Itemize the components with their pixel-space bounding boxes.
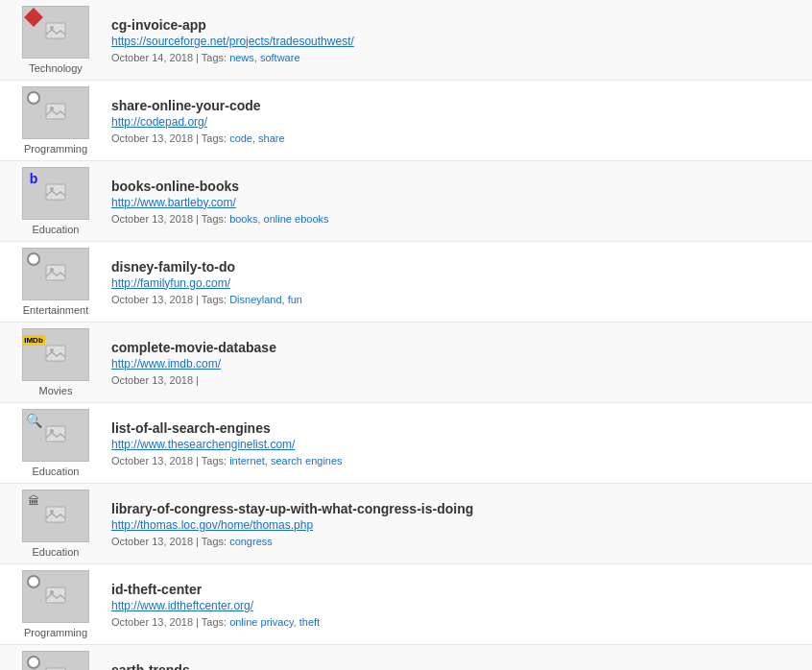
thumbnail <box>22 6 89 59</box>
svg-rect-2 <box>46 104 65 119</box>
tag-link[interactable]: code <box>229 132 252 144</box>
globe-icon <box>25 251 42 268</box>
svg-rect-14 <box>46 587 65 603</box>
bookmark-url[interactable]: http://www.thesearchenginelist.com/ <box>111 438 804 451</box>
bookmark-title: disney-family-to-do <box>111 259 804 275</box>
list-item: Entertainmentdisney-family-to-dohttp://f… <box>0 242 812 323</box>
thumbnail <box>22 570 89 623</box>
bookmark-left-panel: Technology <box>8 6 104 74</box>
bookmark-right-panel: share-online-your-codehttp://codepad.org… <box>104 86 804 155</box>
bookmark-left-panel: Programming <box>8 570 104 638</box>
thumbnail: b <box>22 167 89 220</box>
bookmark-left-panel: bEducation <box>8 167 104 235</box>
svg-rect-10 <box>46 426 65 442</box>
image-placeholder-icon <box>45 264 66 284</box>
tag-link[interactable]: search engines <box>271 455 343 467</box>
bookmark-left-panel: 🔍Education <box>8 409 104 477</box>
bookmark-list: Technologycg-invoice-apphttps://sourcefo… <box>0 0 812 670</box>
list-item: Spaceearth-trendshttp://earthtrends.wri.… <box>0 645 812 670</box>
svg-rect-0 <box>46 23 65 38</box>
category-label[interactable]: Education <box>33 224 80 235</box>
bookmark-url[interactable]: http://familyfun.go.com/ <box>111 276 804 290</box>
tag-link[interactable]: fun <box>288 294 302 305</box>
search-icon: 🔍 <box>25 412 42 429</box>
bookmark-meta: October 13, 2018 | Tags: books, online e… <box>111 213 804 225</box>
bookmark-meta: October 13, 2018 | Tags: code, share <box>111 132 804 144</box>
svg-rect-6 <box>46 265 65 280</box>
bookmark-title: complete-movie-database <box>111 340 804 355</box>
bookmark-meta: October 13, 2018 | Tags: congress <box>111 536 804 547</box>
category-label[interactable]: Movies <box>39 385 73 396</box>
building-icon: 🏛 <box>25 492 42 510</box>
bookmark-url[interactable]: http://thomas.loc.gov/home/thomas.php <box>111 518 804 532</box>
tag-link[interactable]: books <box>229 213 257 225</box>
imdb-icon: IMDb <box>25 331 42 348</box>
thumbnail <box>22 651 89 670</box>
bookmark-left-panel: Entertainment <box>8 248 104 316</box>
thumbnail: IMDb <box>22 328 89 381</box>
image-placeholder-icon <box>45 22 66 42</box>
tag-link[interactable]: internet <box>229 455 265 467</box>
bookmark-title: library-of-congress-stay-up-with-what-co… <box>111 501 804 516</box>
bookmark-title: list-of-all-search-engines <box>111 420 804 436</box>
category-label[interactable]: Technology <box>29 62 83 74</box>
list-item: IMDbMoviescomplete-movie-databasehttp://… <box>0 323 812 403</box>
image-placeholder-icon <box>45 586 66 607</box>
bookmark-meta: October 13, 2018 | Tags: Disneyland, fun <box>111 294 804 305</box>
bookmark-left-panel: Programming <box>8 86 104 155</box>
list-item: Technologycg-invoice-apphttps://sourcefo… <box>0 0 812 81</box>
globe-icon <box>25 573 42 590</box>
b-icon: b <box>25 170 42 187</box>
svg-rect-4 <box>46 184 65 200</box>
bookmark-title: books-online-books <box>111 179 804 194</box>
tag-link[interactable]: news <box>229 52 254 63</box>
bookmark-left-panel: Space <box>8 651 104 670</box>
image-placeholder-icon <box>45 345 66 365</box>
bookmark-url[interactable]: http://codepad.org/ <box>111 115 804 129</box>
bookmark-title: cg-invoice-app <box>111 17 804 33</box>
bookmark-right-panel: library-of-congress-stay-up-with-what-co… <box>104 490 804 558</box>
bookmark-meta: October 13, 2018 | Tags: online privacy,… <box>111 616 804 628</box>
bookmark-meta: October 13, 2018 | <box>111 374 804 386</box>
bookmark-title: id-theft-center <box>111 582 804 597</box>
category-label[interactable]: Education <box>33 466 80 477</box>
bookmark-meta: October 13, 2018 | Tags: internet, searc… <box>111 455 804 467</box>
bookmark-right-panel: cg-invoice-apphttps://sourceforge.net/pr… <box>104 6 804 74</box>
bookmark-url[interactable]: https://sourceforge.net/projects/tradeso… <box>111 35 804 48</box>
tag-link[interactable]: Disneyland <box>229 294 281 305</box>
image-placeholder-icon <box>45 103 66 123</box>
tag-link[interactable]: share <box>258 132 285 144</box>
tag-link[interactable]: theft <box>299 616 320 628</box>
bookmark-left-panel: IMDbMovies <box>8 328 104 396</box>
bookmark-url[interactable]: http://www.bartleby.com/ <box>111 196 804 209</box>
bookmark-url[interactable]: http://www.idtheftcenter.org/ <box>111 599 804 612</box>
tag-link[interactable]: online ebooks <box>264 213 329 225</box>
bookmark-right-panel: disney-family-to-dohttp://familyfun.go.c… <box>104 248 804 316</box>
category-label[interactable]: Programming <box>24 143 87 155</box>
globe-icon <box>25 89 42 107</box>
image-placeholder-icon <box>45 425 66 445</box>
bookmark-right-panel: earth-trendshttp://earthtrends.wri.org/O… <box>104 651 804 670</box>
bookmark-right-panel: complete-movie-databasehttp://www.imdb.c… <box>104 328 804 396</box>
thumbnail: 🔍 <box>22 409 89 462</box>
thumbnail: 🏛 <box>22 490 89 542</box>
thumbnail <box>22 86 89 139</box>
category-label[interactable]: Programming <box>24 627 87 638</box>
category-label[interactable]: Education <box>33 546 80 558</box>
diamond-icon <box>25 9 42 26</box>
list-item: 🏛Educationlibrary-of-congress-stay-up-wi… <box>0 484 812 564</box>
list-item: Programmingshare-online-your-codehttp://… <box>0 81 812 161</box>
tag-link[interactable]: online privacy <box>229 616 293 628</box>
bookmark-url[interactable]: http://www.imdb.com/ <box>111 357 804 371</box>
image-placeholder-icon <box>45 183 66 203</box>
bookmark-title: earth-trends <box>111 662 804 671</box>
list-item: Programmingid-theft-centerhttp://www.idt… <box>0 564 812 645</box>
tag-link[interactable]: congress <box>229 536 273 547</box>
thumbnail <box>22 248 89 300</box>
svg-rect-8 <box>46 346 65 361</box>
bookmark-title: share-online-your-code <box>111 98 804 113</box>
tag-link[interactable]: software <box>260 52 300 63</box>
list-item: bEducationbooks-online-bookshttp://www.b… <box>0 161 812 242</box>
category-label[interactable]: Entertainment <box>23 304 88 316</box>
globe-icon <box>25 654 42 670</box>
